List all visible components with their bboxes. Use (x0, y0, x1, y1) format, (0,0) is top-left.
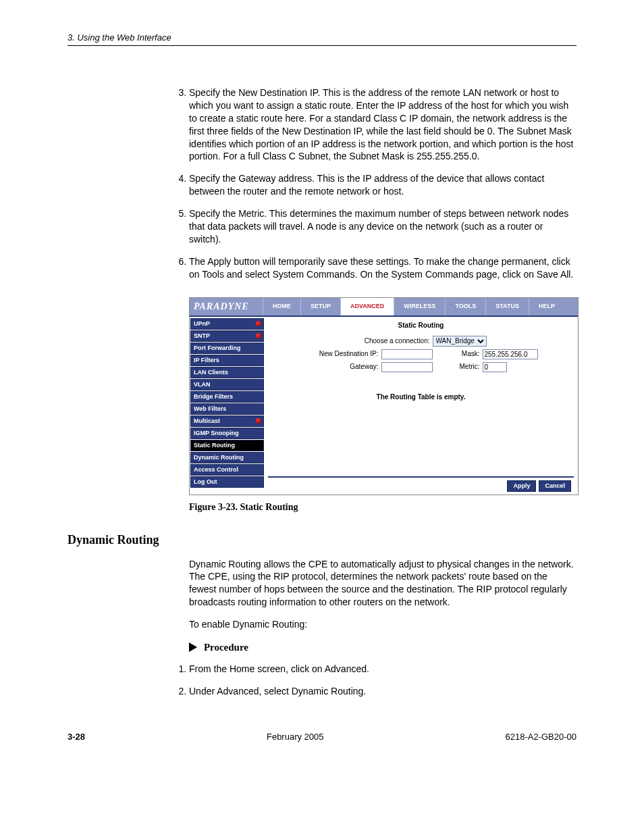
side-logout[interactable]: Log Out (190, 476, 264, 488)
status-dot-icon (256, 333, 261, 338)
side-webfilt[interactable]: Web Filters (190, 403, 264, 415)
side-staticrouting[interactable]: Static Routing (190, 440, 264, 451)
tab-setup[interactable]: SETUP (300, 298, 340, 315)
router-screenshot: PARADYNE HOME SETUP ADVANCED WIRELESS TO… (189, 297, 577, 495)
side-dynrouting[interactable]: Dynamic Routing (190, 452, 264, 463)
metric-input[interactable] (483, 362, 507, 372)
step-3: Specify the New Destination IP. This is … (189, 86, 576, 163)
tab-tools[interactable]: TOOLS (445, 298, 485, 315)
side-vlan[interactable]: VLAN (190, 379, 264, 390)
new-dest-input[interactable] (381, 349, 433, 359)
router-content: Static Routing Choose a connection: WAN_… (264, 317, 578, 495)
footer-date: February 2005 (267, 732, 324, 742)
proc-step-1: From the Home screen, click on Advanced. (189, 663, 576, 676)
page-number: 3-28 (68, 732, 85, 742)
steps-top: Specify the New Destination IP. This is … (189, 86, 576, 281)
status-dot-icon (256, 418, 261, 424)
header-rule (68, 45, 576, 46)
choose-conn-label: Choose a connection: (356, 338, 430, 345)
apply-button[interactable]: Apply (507, 480, 536, 492)
content-title: Static Routing (268, 322, 574, 329)
step-5: Specify the Metric. This determines the … (189, 207, 576, 246)
button-bar: Apply Cancel (268, 476, 574, 495)
mask-input[interactable] (483, 349, 538, 359)
side-igmp[interactable]: IGMP Snooping (190, 428, 264, 439)
tab-status[interactable]: STATUS (485, 298, 529, 315)
router-sidebar: UPnP SNTP Port Forwarding IP Filters LAN… (190, 317, 264, 495)
gateway-label: Gateway: (304, 363, 379, 370)
procedure-steps: From the Home screen, click on Advanced.… (189, 663, 576, 698)
footer-docid: 6218-A2-GB20-00 (505, 732, 576, 742)
side-portfwd[interactable]: Port Forwarding (190, 343, 264, 354)
figure-caption: Figure 3-23. Static Routing (189, 502, 576, 513)
tab-advanced[interactable]: ADVANCED (340, 298, 394, 315)
side-accesscontrol[interactable]: Access Control (190, 464, 264, 476)
page-footer: 3-28 February 2005 6218-A2-GB20-00 (68, 732, 576, 742)
section-title: Dynamic Routing (68, 533, 576, 547)
dyn-routing-para: Dynamic Routing allows the CPE to automa… (189, 558, 576, 609)
side-lanclients[interactable]: LAN Clients (190, 367, 264, 378)
router-navbar: PARADYNE HOME SETUP ADVANCED WIRELESS TO… (190, 298, 578, 315)
side-multicast-label: Multicast (194, 418, 220, 424)
tab-help[interactable]: HELP (529, 298, 564, 315)
new-dest-label: New Destination IP: (304, 351, 379, 357)
page-header: 3. Using the Web Interface (68, 32, 576, 44)
side-ipfilters[interactable]: IP Filters (190, 355, 264, 366)
side-sntp[interactable]: SNTP (190, 330, 264, 342)
routing-empty-msg: The Routing Table is empty. (268, 394, 574, 401)
procedure-label: Procedure (204, 642, 248, 653)
side-multicast[interactable]: Multicast (190, 415, 264, 427)
side-sntp-label: SNTP (194, 332, 210, 339)
side-upnp-label: UPnP (194, 320, 210, 327)
mask-label: Mask: (456, 351, 480, 357)
side-upnp[interactable]: UPnP (190, 318, 264, 330)
side-bridgefilt[interactable]: Bridge Filters (190, 391, 264, 403)
tab-wireless[interactable]: WIRELESS (394, 298, 445, 315)
cancel-button[interactable]: Cancel (539, 480, 571, 492)
choose-conn-select[interactable]: WAN_Bridge (433, 336, 487, 347)
step-4: Specify the Gateway address. This is the… (189, 172, 576, 198)
tab-home[interactable]: HOME (263, 298, 300, 315)
brand-logo: PARADYNE (190, 298, 263, 315)
status-dot-icon (256, 321, 261, 326)
metric-label: Metric: (456, 363, 480, 370)
step-6: The Apply button will temporarily save t… (189, 255, 576, 281)
proc-step-2: Under Advanced, select Dynamic Routing. (189, 685, 576, 698)
procedure-arrow-icon (189, 642, 197, 652)
gateway-input[interactable] (381, 362, 433, 372)
dyn-routing-intro: To enable Dynamic Routing: (189, 618, 576, 631)
